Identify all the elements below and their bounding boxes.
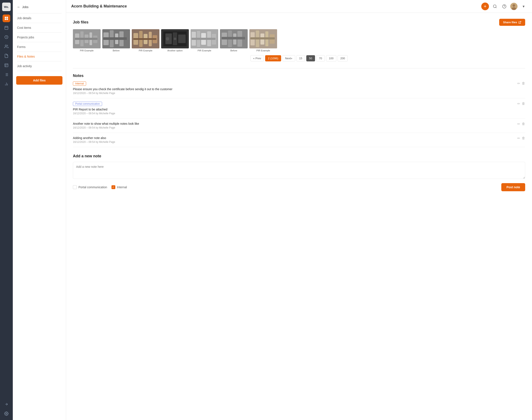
note-meta-4: 16/12/2020 – 09:54 by Michelle Page — [73, 140, 525, 143]
note-item-3: Another note to show what multiple notes… — [73, 119, 525, 133]
gallery-label-5: PIR Example — [198, 49, 211, 52]
page-size-200[interactable]: 200 — [338, 55, 348, 61]
header-actions: + ▾ — [481, 2, 527, 10]
note-text-3: Another note to show what multiple notes… — [73, 122, 525, 125]
add-new-button[interactable]: + — [481, 2, 489, 10]
nav-icon-jobs[interactable] — [2, 15, 10, 22]
note-edit-4[interactable]: ✏ — [517, 136, 520, 140]
svg-rect-65 — [192, 38, 216, 40]
checkbox-group: Portal communication ✓ Internal — [73, 185, 127, 189]
nav-icon-chart[interactable] — [2, 80, 10, 88]
gallery-item-4[interactable]: Another option — [161, 29, 189, 52]
svg-rect-56 — [178, 34, 186, 43]
svg-point-57 — [166, 37, 169, 41]
gallery-item-1[interactable]: PIR Example — [73, 29, 101, 52]
back-to-jobs[interactable]: Jobs — [13, 3, 66, 12]
note-delete-3[interactable]: 🗑 — [522, 122, 525, 126]
gallery-item-6[interactable]: Before — [220, 29, 248, 52]
svg-rect-44 — [103, 37, 127, 40]
gallery-label-3: PIR Example — [139, 49, 152, 52]
note-edit-3[interactable]: ✏ — [517, 122, 520, 126]
pagination: « Prev 2 (1096) Next» 15 50 70 100 200 — [73, 55, 525, 61]
note-delete-2[interactable]: 🗑 — [522, 102, 525, 106]
svg-rect-10 — [5, 64, 8, 67]
nav-icon-settings[interactable] — [2, 410, 10, 418]
nav-icon-document[interactable] — [2, 61, 10, 69]
image-gallery: PIR Example Before — [73, 29, 525, 52]
gallery-item-5[interactable]: PIR Example — [191, 29, 218, 52]
svg-rect-71 — [222, 37, 245, 39]
svg-rect-51 — [133, 38, 156, 40]
portal-label: Portal communication — [78, 185, 107, 189]
nav-icon-calendar[interactable] — [2, 24, 10, 31]
svg-point-58 — [174, 38, 176, 40]
note-delete-4[interactable]: 🗑 — [522, 136, 525, 140]
portal-communication-checkbox[interactable]: Portal communication — [73, 185, 107, 189]
gallery-image-2 — [102, 29, 130, 48]
gallery-image-7 — [249, 29, 277, 48]
nav-icon-people[interactable] — [2, 43, 10, 50]
svg-rect-38 — [75, 38, 97, 40]
gallery-item-7[interactable]: PIR Example — [249, 29, 277, 52]
svg-point-29 — [513, 4, 515, 7]
job-files-title: Job files — [73, 20, 89, 25]
add-note-section: Add a new note Portal communication ✓ In… — [73, 154, 525, 191]
page-size-100[interactable]: 100 — [326, 55, 336, 61]
sidebar-item-cost-items[interactable]: Cost items — [13, 24, 66, 31]
current-page-button[interactable]: 2 (1096) — [265, 55, 281, 61]
app-title: Acorn Building & Maintenance — [71, 4, 127, 9]
note-delete-1[interactable]: 🗑 — [522, 81, 525, 86]
sidebar: Jobs Job details Cost items Projects job… — [13, 0, 66, 420]
note-actions-4: ✏ 🗑 — [517, 136, 525, 140]
internal-label: Internal — [117, 185, 127, 189]
note-item-4: Adding another note also 16/12/2020 – 09… — [73, 133, 525, 147]
note-edit-1[interactable]: ✏ — [517, 81, 520, 86]
main-wrapper: Acorn Building & Maintenance + ▾ Job fil — [66, 0, 532, 420]
nav-icon-arrow-right[interactable] — [2, 400, 10, 408]
help-button[interactable] — [501, 3, 508, 10]
app-logo: We. — [2, 2, 11, 11]
svg-rect-1 — [7, 17, 8, 18]
gallery-image-3 — [132, 29, 160, 48]
sidebar-divider-3 — [17, 32, 62, 33]
next-page-button[interactable]: Next» — [282, 55, 295, 61]
post-note-button[interactable]: Post note — [501, 183, 525, 191]
page-size-50[interactable]: 50 — [306, 55, 315, 61]
gallery-item-3[interactable]: PIR Example — [132, 29, 160, 52]
user-menu-chevron[interactable]: ▾ — [520, 3, 527, 10]
note-text-4: Adding another note also — [73, 136, 525, 140]
sidebar-item-job-activity[interactable]: Job activity — [13, 62, 66, 70]
gallery-item-2[interactable]: Before — [102, 29, 130, 52]
nav-icon-clock[interactable] — [2, 33, 10, 41]
note-meta-3: 16/12/2020 – 09:54 by Michelle Page — [73, 126, 525, 129]
nav-icon-reports[interactable] — [2, 52, 10, 60]
sidebar-divider-4 — [17, 42, 62, 42]
note-text-2: PIR Report to be attached — [73, 108, 525, 111]
gallery-image-6 — [220, 29, 248, 48]
note-textarea[interactable] — [73, 162, 525, 179]
icon-bar: We. — [0, 0, 13, 420]
sidebar-item-projects-jobs[interactable]: Projects jobs — [13, 33, 66, 41]
sidebar-divider-6 — [17, 61, 62, 61]
sidebar-item-files-notes[interactable]: Files & Notes — [13, 53, 66, 60]
page-size-15[interactable]: 15 — [296, 55, 305, 61]
svg-rect-2 — [5, 18, 6, 20]
nav-icon-grid[interactable] — [2, 71, 10, 78]
svg-point-24 — [493, 5, 496, 7]
sidebar-item-forms[interactable]: Forms — [13, 43, 66, 51]
main-content: Job files Share files — [66, 13, 532, 420]
sidebar-item-job-details[interactable]: Job details — [13, 14, 66, 22]
add-files-button[interactable]: Add files — [16, 76, 62, 85]
add-note-title: Add a new note — [73, 154, 525, 158]
note-tag-1: Internal — [73, 81, 86, 86]
gallery-label-1: PIR Example — [80, 49, 94, 52]
gallery-label-6: Before — [230, 49, 237, 52]
internal-checkbox[interactable]: ✓ Internal — [111, 185, 127, 189]
prev-page-button[interactable]: « Prev — [251, 55, 264, 61]
note-edit-2[interactable]: ✏ — [517, 102, 520, 106]
sidebar-divider-2 — [17, 23, 62, 23]
user-avatar[interactable] — [510, 3, 517, 10]
page-size-70[interactable]: 70 — [316, 55, 325, 61]
search-button[interactable] — [491, 3, 498, 10]
share-files-button[interactable]: Share files — [499, 19, 525, 26]
